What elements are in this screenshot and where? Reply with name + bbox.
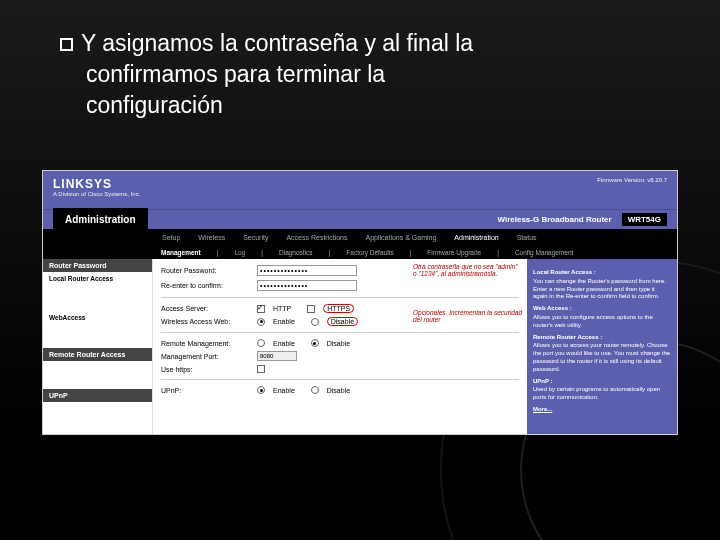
bullet-line-3: configuración (86, 90, 223, 121)
note-password: Otra contraseña que no sea "admin" o "12… (413, 263, 523, 277)
slide-bullet: Y asignamos la contraseña y al final la … (60, 28, 600, 121)
input-router-password[interactable]: •••••••••••••• (257, 265, 357, 276)
help-panel: Local Router Access : You can change the… (527, 259, 677, 434)
logo: LINKSYS (53, 177, 140, 191)
tab-apps-gaming[interactable]: Applications & Gaming (357, 234, 446, 241)
model-badge: WRT54G (622, 213, 667, 226)
sidebar-web-access: WebAccess (43, 311, 152, 324)
tab-security[interactable]: Security (234, 234, 277, 241)
subtab-diagnostics[interactable]: Diagnostics (271, 249, 321, 256)
center-panel: Router Password: •••••••••••••• Re-enter… (153, 259, 527, 434)
subtab-log[interactable]: Log (226, 249, 253, 256)
radio-wireless-disable[interactable] (311, 318, 319, 326)
help-t1: You can change the Router's password fro… (533, 278, 666, 300)
checkbox-use-https[interactable] (257, 365, 265, 373)
label-router-password: Router Password: (161, 267, 251, 274)
help-t2: Allows you to configure access options t… (533, 314, 653, 328)
help-h4: UPnP : (533, 378, 671, 386)
help-h1: Local Router Access : (533, 269, 671, 277)
bullet-line-2: confirmamos para terminar la (86, 59, 385, 90)
tab-access-restrictions[interactable]: Access Restrictions (277, 234, 356, 241)
text-enable-2: Enable (273, 340, 295, 347)
label-access-server: Access Server: (161, 305, 251, 312)
section-title: Administration (53, 208, 148, 231)
text-disable-1: Disable (327, 317, 358, 326)
sidebar-remote-access: Remote Router Access (43, 348, 152, 361)
sidebar-upnp: UPnP (43, 389, 152, 402)
radio-upnp-disable[interactable] (311, 386, 319, 394)
help-t3: Allows you to access your router remotel… (533, 342, 670, 371)
router-subnav: Management| Log| Diagnostics| Factory De… (43, 245, 677, 259)
help-h3: Remote Router Access : (533, 334, 671, 342)
input-mgmt-port[interactable]: 8080 (257, 351, 297, 361)
left-sidebar: Router Password Local Router Access WebA… (43, 259, 153, 434)
note-optional: Opcionales. Incrementan la securidad del… (413, 309, 523, 323)
radio-remote-disable[interactable] (311, 339, 319, 347)
router-screenshot: LINKSYS A Division of Cisco Systems, Inc… (42, 170, 678, 435)
text-enable-1: Enable (273, 318, 295, 325)
bullet-icon (60, 38, 73, 51)
sidebar-local-access: Local Router Access (43, 272, 152, 285)
product-name: Wireless-G Broadband Router (497, 215, 611, 224)
subtab-management[interactable]: Management (153, 249, 209, 256)
bullet-line-1: Y asignamos la contraseña y al final la (81, 30, 473, 56)
tab-setup[interactable]: Setup (153, 234, 189, 241)
label-mgmt-port: Management Port: (161, 353, 251, 360)
logo-subtitle: A Division of Cisco Systems, Inc. (53, 191, 140, 197)
subtab-firmware-upgrade[interactable]: Firmware Upgrade (419, 249, 489, 256)
sidebar-router-password: Router Password (43, 259, 152, 272)
label-use-https: Use https: (161, 366, 251, 373)
radio-remote-enable[interactable] (257, 339, 265, 347)
label-upnp: UPnP: (161, 387, 251, 394)
router-header: LINKSYS A Division of Cisco Systems, Inc… (43, 171, 677, 209)
text-https: HTTPS (323, 304, 354, 313)
checkbox-https[interactable] (307, 305, 315, 313)
input-reenter[interactable]: •••••••••••••• (257, 280, 357, 291)
label-remote-mgmt: Remote Management: (161, 340, 251, 347)
router-nav: Setup Wireless Security Access Restricti… (43, 229, 677, 245)
help-more-link[interactable]: More... (533, 406, 552, 412)
subtab-factory-defaults[interactable]: Factory Defaults (338, 249, 401, 256)
tab-administration[interactable]: Administration (445, 234, 507, 241)
text-disable-2: Disable (327, 340, 350, 347)
text-enable-3: Enable (273, 387, 295, 394)
subtab-config-management[interactable]: Config Management (507, 249, 582, 256)
help-t4: Used by certain programs to automaticall… (533, 386, 660, 400)
text-http: HTTP (273, 305, 291, 312)
firmware-version: Firmware Version: v8.20.7 (597, 177, 667, 183)
label-reenter: Re-enter to confirm: (161, 282, 251, 289)
text-disable-3: Disable (327, 387, 350, 394)
router-title-row: Administration Wireless-G Broadband Rout… (43, 209, 677, 229)
label-wireless-access: Wireless Access Web: (161, 318, 251, 325)
tab-wireless[interactable]: Wireless (189, 234, 234, 241)
help-h2: Web Access : (533, 305, 671, 313)
tab-status[interactable]: Status (508, 234, 546, 241)
radio-upnp-enable[interactable] (257, 386, 265, 394)
radio-wireless-enable[interactable] (257, 318, 265, 326)
checkbox-http[interactable] (257, 305, 265, 313)
